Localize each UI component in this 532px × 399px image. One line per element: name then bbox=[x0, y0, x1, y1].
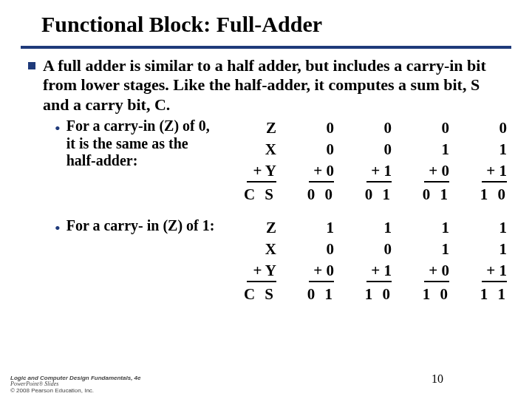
table-cell: + 1 bbox=[338, 160, 396, 184]
sub-text-z0: For a carry-in (Z) of 0, it is the same … bbox=[66, 117, 217, 170]
table-cell: 1 bbox=[338, 217, 396, 239]
table-cell: 0 bbox=[338, 117, 396, 139]
table-cell: + 0 bbox=[396, 260, 454, 284]
table-cell: 0 bbox=[338, 139, 396, 160]
label-y-text: Y bbox=[265, 162, 276, 180]
table-cell: 1 0 bbox=[396, 284, 454, 305]
section-z1: • For a carry- in (Z) of 1: Z 1 1 1 1 X … bbox=[28, 217, 511, 305]
table-cell: 1 bbox=[396, 239, 454, 260]
table-cell: + 1 bbox=[454, 260, 511, 284]
content-area: A full adder is similar to a half adder,… bbox=[0, 56, 532, 305]
table-cell: 0 bbox=[281, 117, 338, 139]
table-cell: 1 bbox=[396, 139, 454, 160]
footer-line-3: © 2008 Pearson Education, Inc. bbox=[10, 388, 140, 395]
table-cell: + 0 bbox=[281, 260, 338, 284]
label-cs: C S bbox=[229, 284, 281, 305]
y-val: 0 bbox=[442, 162, 450, 180]
table-cell: 1 1 bbox=[454, 284, 511, 305]
page-number: 10 bbox=[432, 372, 443, 386]
section-z0: • For a carry-in (Z) of 0, it is the sam… bbox=[28, 117, 511, 205]
dot-bullet-icon: • bbox=[55, 120, 61, 137]
table-cell: + 1 bbox=[454, 160, 511, 184]
table-cell: + 0 bbox=[396, 160, 454, 184]
label-z: Z bbox=[229, 217, 281, 239]
dot-bullet-icon: • bbox=[55, 220, 61, 236]
table-cell: 0 bbox=[281, 239, 338, 260]
table-cell: 0 bbox=[396, 117, 454, 139]
table-cell: 1 bbox=[396, 217, 454, 239]
table-cell: 0 bbox=[454, 117, 511, 139]
y-val: 1 bbox=[384, 262, 392, 279]
title-rule bbox=[21, 46, 511, 49]
table-cell: + 1 bbox=[338, 260, 396, 284]
y-val: 0 bbox=[442, 262, 450, 279]
square-bullet-icon bbox=[28, 62, 35, 69]
table-cell: 1 bbox=[281, 217, 338, 239]
y-val: 1 bbox=[499, 262, 508, 279]
table-cell: 0 1 bbox=[396, 184, 454, 205]
main-paragraph: A full adder is similar to a half adder,… bbox=[43, 56, 494, 115]
y-val: 0 bbox=[327, 262, 335, 279]
footer-credits: Logic and Computer Design Fundamentals, … bbox=[10, 375, 140, 395]
label-cs: C S bbox=[229, 184, 281, 205]
table-cell: 1 bbox=[454, 217, 511, 239]
table-cell: 1 bbox=[454, 139, 511, 160]
sub-text-z1: For a carry- in (Z) of 1: bbox=[66, 217, 215, 235]
main-bullet: A full adder is similar to a half adder,… bbox=[28, 56, 511, 115]
label-plus-y: + Y bbox=[229, 260, 281, 284]
y-val: 0 bbox=[327, 162, 335, 180]
label-y-text: Y bbox=[265, 262, 276, 279]
table-cell: 1 0 bbox=[454, 184, 511, 205]
sub-bullet-z1: • For a carry- in (Z) of 1: bbox=[28, 217, 217, 236]
table-cell: + 0 bbox=[281, 160, 338, 184]
table-cell: 0 bbox=[281, 139, 338, 160]
table-z0: Z 0 0 0 0 X 0 0 1 1 + Y + 0 + 1 + 0 + 1 … bbox=[229, 117, 511, 205]
y-val: 1 bbox=[499, 162, 508, 180]
table-cell: 1 0 bbox=[338, 284, 396, 305]
label-plus-y: + Y bbox=[229, 160, 281, 184]
label-z: Z bbox=[229, 117, 281, 139]
table-cell: 0 0 bbox=[281, 184, 338, 205]
y-val: 1 bbox=[384, 162, 392, 180]
sub-bullet-z0: • For a carry-in (Z) of 0, it is the sam… bbox=[28, 117, 217, 170]
table-z1: Z 1 1 1 1 X 0 0 1 1 + Y + 0 + 1 + 0 + 1 … bbox=[229, 217, 511, 305]
table-cell: 1 bbox=[454, 239, 511, 260]
label-x: X bbox=[229, 239, 281, 260]
table-cell: 0 1 bbox=[281, 284, 338, 305]
label-x: X bbox=[229, 139, 281, 160]
table-cell: 0 1 bbox=[338, 184, 396, 205]
table-cell: 0 bbox=[338, 239, 396, 260]
slide-title: Functional Block: Full-Adder bbox=[0, 0, 532, 41]
